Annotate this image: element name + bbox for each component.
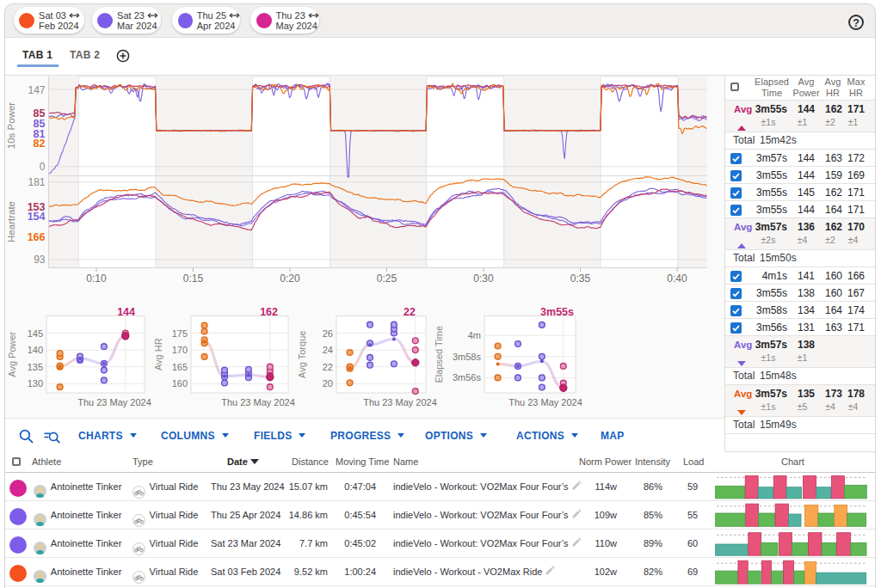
svg-text:Thu 23 May 2024: Thu 23 May 2024 [363,397,437,407]
svg-text:Avg Torque: Avg Torque [297,331,307,378]
svg-text:3m58s: 3m58s [453,352,482,362]
svg-text:20: 20 [323,378,333,389]
svg-text:24: 24 [323,345,333,355]
svg-text:0:30: 0:30 [473,273,494,285]
svg-text:4m: 4m [468,330,481,340]
svg-text:93: 93 [34,254,46,266]
svg-text:0:35: 0:35 [570,273,591,285]
svg-text:165: 165 [172,362,188,372]
svg-text:160: 160 [172,378,188,389]
svg-text:22: 22 [404,306,416,318]
svg-text:145: 145 [28,328,43,339]
svg-text:0:15: 0:15 [183,273,204,285]
svg-text:0:10: 0:10 [86,273,107,285]
svg-text:Avg Power: Avg Power [7,331,17,377]
svg-text:3m55s: 3m55s [540,306,574,318]
svg-text:10s Power: 10s Power [6,102,16,150]
svg-text:135: 135 [28,362,43,372]
svg-text:154: 154 [28,211,46,223]
svg-text:0:20: 0:20 [280,273,300,285]
svg-text:130: 130 [28,378,43,389]
svg-text:0:40: 0:40 [667,273,687,285]
svg-text:26: 26 [323,328,333,339]
svg-text:Thu 23 May 2024: Thu 23 May 2024 [508,397,582,407]
svg-text:Avg HR: Avg HR [153,338,163,371]
svg-text:Thu 23 May 2024: Thu 23 May 2024 [77,397,151,407]
svg-text:3m56s: 3m56s [453,372,482,383]
svg-text:170: 170 [172,345,188,355]
svg-text:Heartrate: Heartrate [6,201,16,242]
svg-text:147: 147 [28,84,45,96]
svg-text:?: ? [853,16,859,28]
svg-text:0:25: 0:25 [377,273,397,285]
svg-text:0: 0 [40,161,46,173]
svg-text:175: 175 [172,328,188,339]
svg-text:22: 22 [323,362,333,372]
svg-text:144: 144 [117,306,135,318]
svg-text:166: 166 [28,231,46,243]
svg-text:162: 162 [260,306,278,318]
svg-text:181: 181 [28,176,45,188]
svg-text:Elapsed Time: Elapsed Time [434,326,444,383]
svg-text:140: 140 [28,345,43,355]
svg-text:Thu 23 May 2024: Thu 23 May 2024 [221,397,295,407]
svg-text:82: 82 [34,138,46,150]
